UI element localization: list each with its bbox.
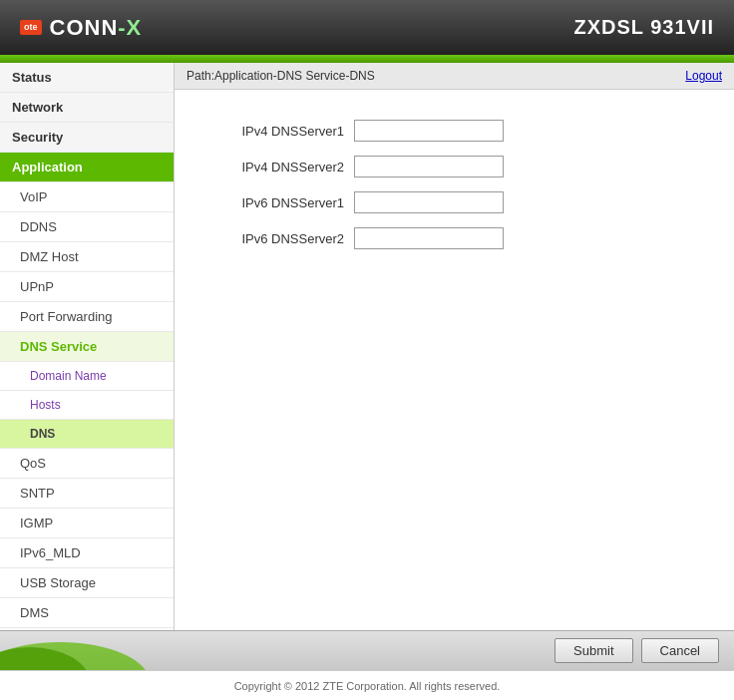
green-wave-decoration [0, 632, 219, 670]
cancel-button[interactable]: Cancel [641, 638, 719, 663]
sidebar-item-domain-name[interactable]: Domain Name [0, 362, 174, 391]
sidebar-item-igmp[interactable]: IGMP [0, 509, 174, 538]
logout-link[interactable]: Logout [685, 69, 722, 83]
form-row-ipv4-dns2: IPv4 DNSServer2 [214, 156, 694, 177]
submit-button[interactable]: Submit [554, 638, 632, 663]
label-ipv4-dns2: IPv4 DNSServer2 [214, 160, 354, 175]
breadcrumb: Path:Application-DNS Service-DNS [186, 69, 375, 83]
sidebar-item-status[interactable]: Status [0, 63, 174, 93]
sidebar-item-application[interactable]: Application [0, 153, 174, 182]
sidebar-item-dmz-host[interactable]: DMZ Host [0, 242, 174, 272]
input-ipv6-dns1[interactable] [354, 191, 504, 213]
sidebar-item-network[interactable]: Network [0, 93, 174, 123]
ote-logo: ote [20, 20, 42, 35]
copyright-text: Copyright © 2012 ZTE Corporation. All ri… [234, 680, 501, 692]
bottom-bar: Submit Cancel [0, 630, 734, 670]
label-ipv6-dns1: IPv6 DNSServer1 [214, 195, 354, 210]
sidebar-item-upnp[interactable]: UPnP [0, 272, 174, 302]
form-row-ipv6-dns2: IPv6 DNSServer2 [214, 227, 694, 249]
path-bar: Path:Application-DNS Service-DNS Logout [175, 63, 734, 90]
brand-name: CONN-X [50, 15, 143, 41]
label-ipv6-dns2: IPv6 DNSServer2 [214, 231, 354, 246]
sidebar-item-security[interactable]: Security [0, 123, 174, 153]
input-ipv4-dns1[interactable] [354, 120, 504, 142]
logo-area: ote CONN-X [20, 15, 142, 41]
form-area: IPv4 DNSServer1 IPv4 DNSServer2 IPv6 DNS… [175, 90, 734, 630]
sidebar-item-ddns[interactable]: DDNS [0, 212, 174, 242]
sidebar-item-dns[interactable]: DNS [0, 420, 174, 449]
sidebar-item-hosts[interactable]: Hosts [0, 391, 174, 420]
form-row-ipv4-dns1: IPv4 DNSServer1 [214, 120, 694, 142]
label-ipv4-dns1: IPv4 DNSServer1 [214, 124, 354, 139]
sidebar-item-qos[interactable]: QoS [0, 449, 174, 479]
sidebar-item-usb-storage[interactable]: USB Storage [0, 568, 174, 598]
sidebar-item-dns-service[interactable]: DNS Service [0, 332, 174, 362]
footer: Copyright © 2012 ZTE Corporation. All ri… [0, 670, 734, 700]
sidebar-item-port-forwarding[interactable]: Port Forwarding [0, 302, 174, 332]
main-layout: Status Network Security Application VoIP… [0, 63, 734, 630]
device-title: ZXDSL 931VII [573, 16, 714, 39]
bottom-area: Submit Cancel [0, 630, 734, 670]
sidebar-item-ipv6-mld[interactable]: IPv6_MLD [0, 538, 174, 568]
content-area: Path:Application-DNS Service-DNS Logout … [175, 63, 734, 630]
sidebar-item-dms[interactable]: DMS [0, 598, 174, 628]
header: ote CONN-X ZXDSL 931VII [0, 0, 734, 55]
sidebar: Status Network Security Application VoIP… [0, 63, 175, 630]
input-ipv6-dns2[interactable] [354, 227, 504, 249]
input-ipv4-dns2[interactable] [354, 156, 504, 177]
green-bar [0, 55, 734, 63]
form-row-ipv6-dns1: IPv6 DNSServer1 [214, 191, 694, 213]
sidebar-item-sntp[interactable]: SNTP [0, 479, 174, 509]
sidebar-item-voip[interactable]: VoIP [0, 182, 174, 212]
